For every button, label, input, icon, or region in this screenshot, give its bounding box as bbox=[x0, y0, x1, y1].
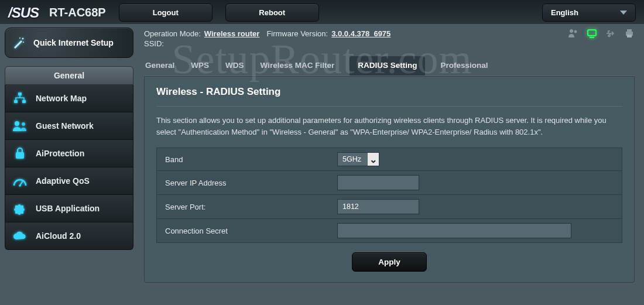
logout-button[interactable]: Logout bbox=[119, 4, 213, 22]
tab-mac-filter[interactable]: Wireless MAC Filter bbox=[259, 56, 336, 76]
wand-icon bbox=[11, 35, 26, 50]
svg-point-11 bbox=[570, 29, 573, 33]
op-mode-label: Operation Mode: bbox=[144, 29, 201, 38]
band-label: Band bbox=[157, 149, 331, 170]
op-mode-link[interactable]: Wireless router bbox=[204, 29, 260, 38]
sidebar-item-aiprotection[interactable]: AiProtection bbox=[5, 140, 133, 167]
tab-wds[interactable]: WDS bbox=[224, 56, 245, 76]
sidebar-item-guest-network[interactable]: Guest Network bbox=[5, 112, 133, 140]
server-ip-label: Server IP Address bbox=[157, 172, 331, 194]
sidebar-section-general: General bbox=[5, 66, 133, 85]
tab-professional[interactable]: Professional bbox=[439, 56, 489, 76]
svg-rect-8 bbox=[16, 152, 24, 159]
svg-rect-17 bbox=[627, 35, 632, 37]
tab-wps[interactable]: WPS bbox=[190, 56, 210, 76]
brand-logo: /SUS bbox=[8, 5, 39, 21]
sidebar-item-aicloud[interactable]: AiCloud 2.0 bbox=[5, 222, 133, 250]
reboot-button[interactable]: Reboot bbox=[225, 4, 319, 22]
server-port-label: Server Port: bbox=[157, 196, 331, 218]
sidebar-item-label: AiProtection bbox=[36, 149, 84, 158]
sidebar-item-label: Adaptive QoS bbox=[36, 176, 90, 186]
chevron-down-icon: ⌄ bbox=[367, 153, 379, 166]
language-select[interactable]: English bbox=[542, 4, 636, 22]
svg-point-1 bbox=[19, 37, 20, 39]
cloud-icon bbox=[12, 229, 28, 242]
chevron-down-icon bbox=[620, 11, 627, 15]
fw-label: Firmware Version: bbox=[266, 29, 328, 38]
svg-point-0 bbox=[22, 38, 24, 40]
tab-radius-setting[interactable]: RADIUS Setting bbox=[350, 56, 425, 76]
sidebar-item-label: Guest Network bbox=[36, 121, 94, 131]
band-value: 5GHz bbox=[338, 153, 367, 166]
svg-rect-16 bbox=[627, 29, 632, 32]
network-status-icon[interactable] bbox=[587, 29, 597, 38]
sidebar-item-network-map[interactable]: Network Map bbox=[5, 85, 133, 112]
svg-rect-13 bbox=[588, 30, 596, 36]
sidebar-item-usb-application[interactable]: USB Application bbox=[5, 195, 133, 222]
clients-icon[interactable] bbox=[568, 29, 578, 38]
sidebar-item-label: USB Application bbox=[36, 204, 100, 213]
language-label: English bbox=[551, 8, 578, 17]
printer-status-icon[interactable] bbox=[624, 29, 635, 38]
svg-point-2 bbox=[23, 42, 24, 43]
svg-point-12 bbox=[574, 30, 577, 33]
connection-secret-label: Connection Secret bbox=[157, 220, 331, 242]
apply-button[interactable]: Apply bbox=[352, 252, 427, 272]
guest-network-icon bbox=[12, 119, 28, 132]
svg-rect-5 bbox=[22, 100, 26, 103]
server-port-input[interactable] bbox=[337, 199, 419, 214]
sidebar-item-label: Network Map bbox=[36, 94, 87, 103]
wireless-tabs: General WPS WDS Wireless MAC Filter RADI… bbox=[144, 56, 635, 76]
svg-point-7 bbox=[22, 122, 25, 126]
sidebar-item-adaptive-qos[interactable]: Adaptive QoS bbox=[5, 167, 133, 195]
fw-link[interactable]: 3.0.0.4.378_6975 bbox=[331, 29, 390, 38]
model-name: RT-AC68P bbox=[49, 6, 106, 19]
quick-internet-setup[interactable]: Quick Internet Setup bbox=[5, 28, 133, 58]
lock-icon bbox=[12, 147, 28, 160]
svg-rect-3 bbox=[18, 92, 22, 95]
page-description: This section allows you to set up additi… bbox=[156, 115, 622, 138]
band-select[interactable]: 5GHz ⌄ bbox=[337, 152, 379, 166]
sidebar-item-label: AiCloud 2.0 bbox=[36, 231, 81, 241]
usb-status-icon[interactable] bbox=[605, 29, 616, 38]
svg-point-10 bbox=[19, 184, 21, 187]
network-map-icon bbox=[12, 92, 28, 105]
svg-point-6 bbox=[15, 121, 19, 126]
server-ip-input[interactable] bbox=[337, 175, 419, 190]
tab-general[interactable]: General bbox=[144, 56, 176, 76]
gauge-icon bbox=[12, 174, 28, 187]
svg-rect-4 bbox=[14, 100, 18, 103]
qis-label: Quick Internet Setup bbox=[33, 38, 114, 47]
page-title: Wireless - RADIUS Setting bbox=[156, 86, 622, 107]
connection-secret-input[interactable] bbox=[337, 223, 571, 238]
puzzle-icon bbox=[12, 202, 28, 215]
ssid-label: SSID: bbox=[144, 39, 164, 48]
